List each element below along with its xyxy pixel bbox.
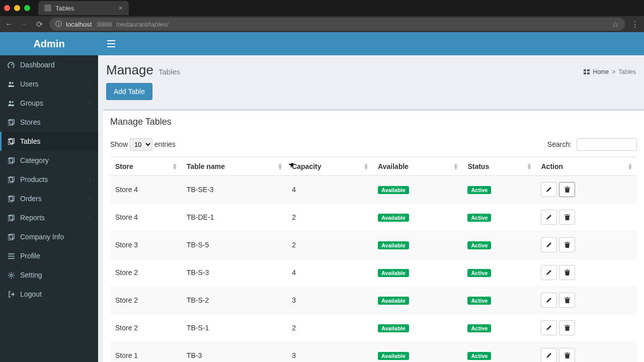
page-title: Manage [106, 62, 153, 78]
browser-tab[interactable]: Tables × [38, 1, 129, 15]
cell-store: Store 2 [110, 259, 182, 287]
table-row: Store 4TB-DE-12AvailableActive [110, 204, 637, 231]
cell-available: Available [373, 314, 462, 342]
toggle-sidebar-button[interactable] [98, 40, 124, 47]
svg-rect-7 [8, 139, 13, 145]
breadcrumb-home[interactable]: Home [593, 68, 609, 75]
search-control: Search: [547, 138, 637, 151]
sort-icon: ▲▼ [172, 163, 178, 170]
column-header-capacity[interactable]: Capacity▲▼ [287, 157, 373, 176]
edit-button[interactable] [541, 348, 557, 362]
bookmark-star-icon[interactable]: ☆ [612, 20, 619, 29]
table-row: Store 2TB-S-34AvailableActive [110, 259, 637, 287]
sidebar-item-orders[interactable]: Orders〈 [0, 189, 98, 208]
column-header-store[interactable]: Store▲▼ [110, 157, 182, 176]
sidebar-item-setting[interactable]: Setting [0, 265, 98, 285]
sidebar-item-reports[interactable]: Reports〈 [0, 208, 98, 227]
close-tab-icon[interactable]: × [119, 4, 123, 12]
delete-button[interactable] [559, 265, 575, 280]
edit-button[interactable] [541, 210, 557, 225]
delete-button[interactable] [559, 182, 575, 197]
url-host: localhost [66, 21, 92, 28]
dashboard-icon [7, 62, 15, 68]
url-input[interactable]: ⓘ localhost:8888/restaurant/tables/ ☆ [49, 18, 625, 31]
svg-rect-22 [584, 72, 586, 74]
cell-status: Active [462, 231, 536, 259]
menu-icon[interactable]: ⋮ [630, 20, 640, 29]
cell-capacity: 3 [287, 287, 373, 314]
reload-button[interactable]: ⟳ [34, 20, 44, 29]
svg-point-4 [12, 101, 14, 103]
status-badge: Active [467, 241, 491, 249]
sort-icon: ▲▼ [363, 163, 369, 170]
sidebar-item-profile[interactable]: Profile [0, 246, 98, 265]
cell-table-name: TB-S-5 [182, 231, 287, 259]
cell-status: Active [462, 259, 536, 287]
table-row: Store 4TB-SE-34AvailableActive [110, 176, 637, 204]
back-button[interactable]: ← [4, 20, 14, 29]
sidebar-item-logout[interactable]: Logout [0, 285, 98, 304]
panel-manage-tables: Manage Tables Show 10 entries Search: [103, 109, 644, 362]
available-badge: Available [378, 186, 409, 194]
edit-button[interactable] [541, 320, 557, 335]
stores-icon [7, 119, 15, 126]
sidebar-item-category[interactable]: Category [0, 151, 98, 170]
cell-action [536, 231, 637, 259]
cell-available: Available [373, 176, 462, 204]
delete-button[interactable] [559, 210, 575, 225]
app-logo[interactable]: Admin [0, 32, 98, 55]
column-header-status[interactable]: Status▲▼ [462, 157, 536, 176]
breadcrumb-sep: > [612, 68, 615, 75]
category-icon [7, 157, 15, 164]
status-badge: Active [467, 352, 491, 360]
forward-button[interactable]: → [19, 20, 29, 29]
tab-strip: Tables × [0, 0, 644, 16]
sidebar-item-groups[interactable]: Groups〈 [0, 94, 98, 113]
sidebar-item-tables[interactable]: Tables [0, 132, 98, 151]
delete-button[interactable] [559, 293, 575, 308]
sidebar-item-users[interactable]: Users〈 [0, 74, 98, 94]
delete-button[interactable] [559, 320, 575, 335]
cell-table-name: TB-S-3 [182, 259, 287, 287]
maximize-window-icon[interactable] [24, 5, 30, 11]
sidebar-item-label: Tables [20, 137, 40, 145]
sidebar-item-products[interactable]: Products〈 [0, 170, 98, 189]
edit-button[interactable] [541, 293, 557, 308]
edit-button[interactable] [541, 265, 557, 280]
svg-rect-11 [8, 177, 13, 183]
favicon-icon [44, 5, 51, 12]
products-icon [7, 176, 15, 183]
sidebar-item-dashboard[interactable]: Dashboard [0, 55, 98, 74]
dashboard-icon [584, 69, 590, 74]
delete-button[interactable] [559, 348, 575, 362]
column-header-available[interactable]: Available▲▼ [373, 157, 462, 176]
cell-store: Store 3 [110, 231, 182, 259]
column-header-action[interactable]: Action▲▼ [536, 157, 637, 176]
cell-table-name: TB-S-2 [182, 287, 287, 314]
content-header: Manage Tables Home > Tables [98, 55, 644, 83]
info-icon[interactable]: ⓘ [55, 20, 62, 29]
cell-status: Active [462, 287, 536, 314]
available-badge: Available [378, 324, 409, 332]
sidebar-item-stores[interactable]: Stores [0, 113, 98, 132]
cell-status: Active [462, 176, 536, 204]
delete-button[interactable] [559, 237, 575, 252]
minimize-window-icon[interactable] [14, 5, 20, 11]
cell-available: Available [373, 259, 462, 287]
length-select[interactable]: 10 [130, 138, 152, 151]
sidebar-item-company-info[interactable]: Company Info [0, 227, 98, 246]
close-window-icon[interactable] [4, 5, 10, 11]
show-label: Show [110, 140, 128, 148]
chevron-left-icon: 〈 [86, 176, 91, 184]
search-input[interactable] [577, 138, 637, 151]
window-controls[interactable] [4, 5, 38, 11]
breadcrumb-current: Tables [618, 68, 636, 75]
sidebar-item-label: Category [20, 156, 49, 164]
cell-table-name: TB-DE-1 [182, 204, 287, 231]
edit-button[interactable] [541, 237, 557, 252]
tab-title: Tables [55, 5, 74, 12]
column-header-table-name[interactable]: Table name▲▼ [182, 157, 287, 176]
add-table-button[interactable]: Add Table [106, 83, 152, 100]
edit-button[interactable] [541, 182, 557, 197]
pencil-icon [546, 269, 552, 276]
